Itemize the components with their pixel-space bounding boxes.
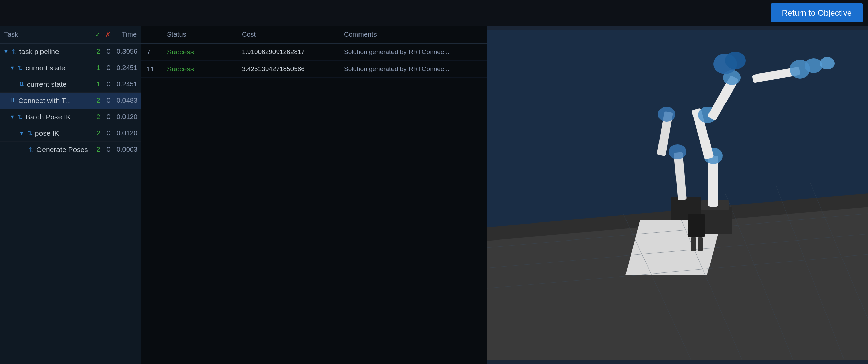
- row-comments: Solution generated by RRTConnec...: [344, 48, 482, 56]
- tree-header: Task ✓ ✗ Time: [0, 26, 141, 44]
- sort-icon: ⇅: [19, 81, 24, 88]
- svg-point-26: [669, 144, 686, 159]
- row-label: ⇅ Generate Poses: [29, 146, 93, 154]
- expand-icon: ▼: [3, 49, 9, 55]
- row-fail-val: 0: [103, 48, 114, 55]
- row-cost: 1.9100629091262817: [242, 48, 344, 56]
- check-column-header: ✓: [93, 31, 103, 39]
- row-id: 11: [147, 65, 167, 73]
- main-layout: Task ✓ ✗ Time ▼ ⇅ task pipeline 2: [0, 26, 868, 364]
- row-label: ▼ ⇅ Batch Pose IK: [10, 113, 93, 121]
- row-fail-val: 0: [103, 64, 114, 72]
- sort-icon: ⇅: [29, 146, 34, 153]
- row-label: ▼ ⇅ current state: [10, 64, 93, 72]
- table-row[interactable]: 11 Success 3.4251394271850586 Solution g…: [141, 61, 487, 78]
- row-fail-val: 0: [103, 146, 114, 153]
- row-check-val: 2: [93, 113, 103, 121]
- row-label-text: Connect with T...: [18, 97, 71, 105]
- svg-point-22: [805, 58, 822, 73]
- row-status: Success: [167, 48, 242, 56]
- expand-icon: ▼: [19, 130, 24, 136]
- time-column-header: Time: [113, 31, 137, 38]
- sort-icon: ⇅: [27, 130, 32, 137]
- row-id: 7: [147, 48, 167, 56]
- table-header: Status Cost Comments: [141, 26, 487, 44]
- x-header-icon: ✗: [105, 31, 111, 38]
- sort-icon: ⇅: [18, 64, 23, 72]
- tree-row[interactable]: ▼ ⇅ task pipeline 2 0 0.3056: [0, 44, 141, 60]
- row-check-val: 2: [93, 146, 103, 153]
- return-to-objective-button[interactable]: Return to Objective: [771, 3, 863, 22]
- expand-icon: ▼: [10, 65, 15, 71]
- viewport-panel: [487, 26, 868, 364]
- row-status: Success: [167, 65, 242, 73]
- row-check-val: 2: [93, 129, 103, 137]
- sort-icon: ⇅: [18, 113, 23, 121]
- cost-column-header: Cost: [242, 31, 344, 38]
- row-label: ▼ ⇅ task pipeline: [3, 48, 93, 56]
- row-check-val: 1: [93, 80, 103, 88]
- row-time-val: 0.0483: [114, 97, 137, 104]
- table-body: 7 Success 1.9100629091262817 Solution ge…: [141, 44, 487, 364]
- tree-rows-container: ▼ ⇅ task pipeline 2 0 0.3056 ▼ ⇅ current…: [0, 44, 141, 364]
- viewport-svg: [487, 26, 868, 364]
- row-cost: 3.4251394271850586: [242, 65, 344, 73]
- table-row[interactable]: 7 Success 1.9100629091262817 Solution ge…: [141, 44, 487, 61]
- row-label-text: pose IK: [35, 129, 59, 137]
- row-fail-val: 0: [103, 129, 114, 137]
- row-check-val: 1: [93, 64, 103, 72]
- center-panel: Status Cost Comments 7 Success 1.9100629…: [141, 26, 487, 364]
- svg-rect-31: [698, 237, 703, 251]
- tree-row[interactable]: ⇅ current state 1 0 0.2451: [0, 76, 141, 93]
- tree-row[interactable]: ▼ ⇅ current state 1 0 0.2451: [0, 60, 141, 76]
- status-column-header: Status: [167, 31, 242, 38]
- svg-point-23: [820, 57, 835, 69]
- row-label-text: current state: [27, 80, 67, 88]
- expand-icon: ▼: [10, 114, 15, 120]
- top-bar: Return to Objective: [0, 0, 868, 26]
- row-time-val: 0.3056: [114, 48, 137, 55]
- row-time-val: 0.2451: [114, 80, 137, 88]
- tree-row[interactable]: ▼ ⇅ pose IK 2 0 0.0120: [0, 125, 141, 142]
- comments-column-header: Comments: [344, 31, 482, 38]
- svg-rect-29: [688, 214, 705, 237]
- tree-row[interactable]: ⇅ Generate Poses 2 0 0.0003: [0, 142, 141, 158]
- svg-point-33: [725, 52, 746, 69]
- row-time-val: 0.0003: [114, 146, 137, 153]
- left-panel: Task ✓ ✗ Time ▼ ⇅ task pipeline 2: [0, 26, 141, 364]
- row-fail-val: 0: [103, 97, 114, 104]
- svg-point-28: [658, 107, 675, 122]
- row-label-text: Generate Poses: [36, 146, 88, 154]
- row-check-val: 2: [93, 97, 103, 104]
- pause-icon: ⏸: [10, 97, 16, 104]
- check-header-icon: ✓: [95, 31, 101, 38]
- task-column-header: Task: [4, 31, 93, 38]
- row-time-val: 0.0120: [114, 113, 137, 121]
- row-label: ⇅ current state: [19, 80, 93, 88]
- row-fail-val: 0: [103, 80, 114, 88]
- row-time-val: 0.0120: [114, 129, 137, 137]
- row-check-val: 2: [93, 48, 103, 55]
- row-label-text: Batch Pose IK: [26, 113, 71, 121]
- row-label: ▼ ⇅ pose IK: [19, 129, 93, 137]
- tree-row-selected[interactable]: ⏸ Connect with T... 2 0 0.0483: [0, 93, 141, 109]
- row-comments: Solution generated by RRTConnec...: [344, 65, 482, 73]
- row-label-text: current state: [26, 64, 65, 72]
- sort-icon: ⇅: [12, 48, 17, 55]
- row-label-text: task pipeline: [19, 48, 59, 56]
- svg-rect-30: [691, 237, 696, 251]
- row-label: ⏸ Connect with T...: [10, 97, 93, 105]
- fail-column-header: ✗: [103, 31, 113, 39]
- tree-row[interactable]: ▼ ⇅ Batch Pose IK 2 0 0.0120: [0, 109, 141, 125]
- row-time-val: 0.2451: [114, 64, 137, 72]
- row-fail-val: 0: [103, 113, 114, 121]
